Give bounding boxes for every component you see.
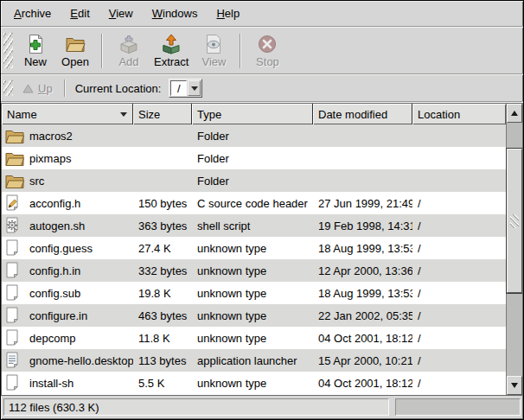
scrollbar-thumb[interactable] [507,149,522,293]
archive-manager-window: Archive Edit View Windows Help New Open … [0,0,524,420]
file-type: C source code header [192,192,313,214]
location-combo-dropdown-button[interactable] [188,80,201,96]
sort-indicator-icon [120,112,127,117]
file-icon [5,307,29,324]
file-name-cell: config.h.in [2,259,133,282]
column-header-size[interactable]: Size [133,104,192,124]
file-location: / [412,282,506,304]
file-name-cell: acconfig.h [2,192,133,214]
stop-button-label: Stop [256,55,279,68]
file-icon [5,217,29,234]
location-combo-value[interactable]: / [170,80,187,96]
file-location: / [412,327,506,349]
file-icon [5,352,29,369]
file-row[interactable]: config.sub19.8 Kunknown type18 Aug 1999,… [2,282,506,304]
file-type: unknown type [192,327,313,349]
current-location-label: Current Location: [75,82,162,95]
scroll-down-button[interactable] [507,376,522,395]
file-size: 27.4 K [133,237,192,259]
file-row[interactable]: gnome-hello.desktop113 bytesapplication … [2,349,506,372]
file-row[interactable]: acconfig.h150 bytesC source code header2… [2,192,506,214]
extract-button[interactable]: Extract [149,30,194,72]
stop-button: Stop [247,30,287,72]
file-row[interactable]: configure.in463 bytesunknown type22 Jan … [2,304,506,327]
location-combo: / [169,79,202,98]
file-name: macros2 [29,130,73,143]
file-icon [5,194,29,212]
file-location: / [412,192,506,214]
menu-windows[interactable]: Windows [143,3,208,24]
column-header-date-modified[interactable]: Date modified [313,104,412,124]
toolbar-separator-2 [240,34,241,68]
file-name: src [29,175,44,188]
file-location: / [412,349,506,372]
file-date-modified: 22 Jan 2002, 05:35 [313,304,412,327]
file-row[interactable]: pixmapsFolder [2,147,506,169]
file-date-modified: 18 Aug 1999, 13:53 [313,237,412,259]
file-date-modified: 15 Apr 2000, 10:21 [313,349,412,372]
up-arrow-icon [22,84,34,93]
locationbar-drag-handle[interactable] [3,80,13,96]
file-icon [5,262,29,279]
file-name-cell: configure.in [2,304,133,327]
file-icon [5,329,29,347]
file-row[interactable]: config.h.in332 bytesunknown type12 Apr 2… [2,259,506,282]
file-row[interactable]: depcomp11.8 Kunknown type04 Oct 2001, 18… [2,327,506,349]
file-type: application launcher [192,349,313,372]
menu-edit[interactable]: Edit [61,3,99,24]
file-date-modified: 04 Oct 2001, 18:12 [313,372,412,394]
file-date-modified [313,124,412,147]
file-type: unknown type [192,259,313,282]
file-row[interactable]: install-sh5.5 Kunknown type04 Oct 2001, … [2,372,506,394]
file-row[interactable]: autogen.sh363 bytesshell script19 Feb 19… [2,214,506,237]
open-folder-icon [65,34,86,54]
file-list-header: Name Size Type Date modified Location [2,104,506,124]
file-list: Name Size Type Date modified Location ma… [1,103,523,396]
add-button-label: Add [118,55,138,68]
view-button-label: View [201,55,226,68]
new-button[interactable]: New [16,30,55,72]
file-name: autogen.sh [29,220,85,232]
file-size: 332 bytes [133,259,192,282]
file-count-text: 112 files (630.3 K) [9,401,99,414]
menu-view[interactable]: View [99,3,143,24]
locationbar-separator [64,80,66,97]
file-name: depcomp [29,332,75,345]
add-package-icon [118,34,139,54]
file-row[interactable]: srcFolder [2,169,506,192]
file-name: pixmaps [29,152,71,165]
scrollbar-trough[interactable] [507,123,522,376]
file-size: 150 bytes [133,192,192,214]
statusbar: 112 files (630.3 K) [1,396,523,419]
file-size [133,169,192,192]
file-date-modified: 27 Jun 1999, 21:49 [313,192,412,214]
chevron-down-icon [191,86,198,91]
folder-icon [5,174,29,188]
file-location: / [412,214,506,237]
file-size: 5.5 K [133,372,192,394]
file-location [412,124,506,147]
file-size [133,124,192,147]
file-location [412,169,506,192]
extract-button-label: Extract [154,55,189,68]
file-name: config.guess [29,242,93,255]
vertical-scrollbar [506,104,522,395]
column-header-location[interactable]: Location [412,104,506,124]
file-type: unknown type [192,237,313,259]
column-header-type[interactable]: Type [192,104,313,124]
toolbar-drag-handle[interactable] [3,33,13,68]
menu-archive[interactable]: Archive [4,3,61,24]
add-button: Add [109,30,149,72]
stop-icon [257,34,278,54]
file-location [412,147,506,169]
file-name-cell: autogen.sh [2,214,133,237]
file-location: / [412,304,506,327]
column-header-name[interactable]: Name [2,104,133,124]
up-button: Up [16,80,60,98]
scroll-up-button[interactable] [507,104,522,123]
file-size: 113 bytes [133,349,192,372]
file-row[interactable]: config.guess27.4 Kunknown type18 Aug 199… [2,237,506,259]
open-button[interactable]: Open [55,30,95,72]
menu-help[interactable]: Help [207,3,249,24]
file-row[interactable]: macros2Folder [2,124,506,147]
